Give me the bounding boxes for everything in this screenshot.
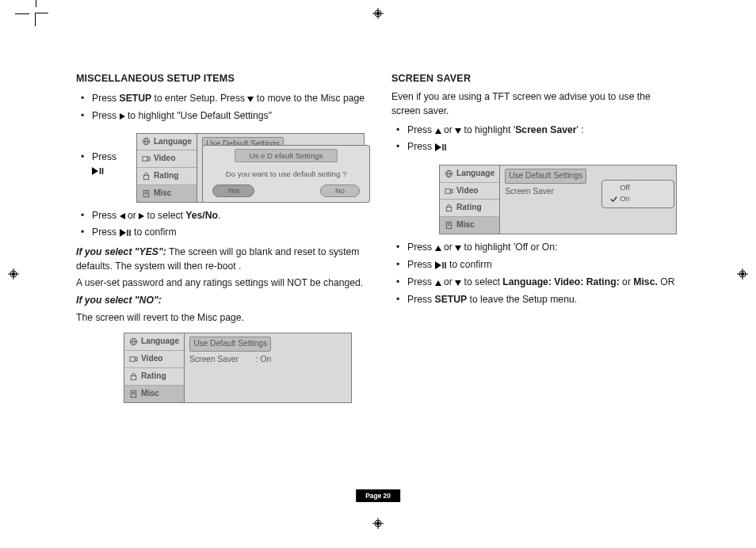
osd-tab-rating: Rating: [124, 368, 184, 386]
video-icon: [445, 187, 453, 196]
play-pause-icon: II: [435, 141, 447, 155]
svg-point-15: [741, 272, 744, 276]
svg-rect-35: [445, 188, 450, 193]
up-triangle-icon: [435, 280, 441, 286]
svg-point-3: [376, 12, 380, 15]
osd-tab-misc: Misc: [137, 185, 197, 202]
video-icon: [129, 355, 138, 363]
right-triangle-icon: [120, 113, 125, 120]
dialog-no-button: No: [320, 185, 360, 197]
osd-option-use-default: Use Default Settings: [505, 169, 586, 184]
osd-tab-language: Language: [440, 166, 499, 183]
registration-mark-icon: [8, 268, 19, 280]
svg-rect-19: [143, 157, 147, 162]
up-triangle-icon: [435, 128, 441, 134]
intro-text: Even if you are using a TFT screen we ad…: [391, 90, 680, 118]
lock-icon: [445, 204, 453, 212]
down-triangle-icon: [455, 245, 461, 251]
bullet: Press to highlight "Use Default Settings…: [76, 108, 365, 125]
note-no-text: The screen will revert to the Misc page.: [76, 311, 365, 325]
osd-option-screen-saver: Screen Saver: [505, 186, 554, 198]
osd-figure-misc-plain: Language Video Rating Misc Use Default S…: [124, 333, 352, 402]
bullet: Press SETUP to leave the Setup menu.: [391, 291, 680, 309]
globe-icon: [445, 169, 453, 178]
column-misc-setup: MISCELLANEOUS SETUP ITEMS Press SETUP to…: [76, 71, 365, 408]
registration-mark-icon: [372, 8, 384, 19]
document-icon: [445, 221, 453, 230]
lock-icon: [129, 372, 138, 381]
osd-tab-language: Language: [124, 333, 184, 351]
svg-rect-36: [446, 207, 451, 211]
manual-page: MISCELLANEOUS SETUP ITEMS Press SETUP to…: [0, 0, 756, 548]
osd-submenu-screensaver: Off On: [601, 180, 674, 208]
lock-icon: [142, 172, 151, 181]
osd-tab-rating: Rating: [440, 200, 499, 217]
document-icon: [142, 189, 151, 198]
page-number: Page 20: [356, 489, 400, 502]
svg-rect-28: [131, 375, 136, 379]
bullet: Press or to highlight 'Screen Saver' :: [391, 122, 680, 139]
osd-tab-misc: Misc: [124, 386, 184, 402]
svg-rect-27: [130, 357, 135, 362]
globe-icon: [129, 337, 138, 346]
osd-tab-language: Language: [137, 134, 197, 151]
note-if-yes: If you select "YES": The screen will go …: [76, 245, 365, 273]
dialog-yes-button: Yes: [212, 185, 254, 197]
osd-tabs: Language Video Rating Misc: [137, 134, 197, 202]
osd-tab-video: Video: [124, 351, 184, 368]
osd-tab-video: Video: [137, 150, 197, 168]
check-icon: [610, 195, 617, 202]
play-pause-icon: II: [92, 165, 104, 179]
bullet: Press II to confirm: [391, 257, 680, 275]
svg-point-11: [12, 272, 15, 276]
svg-point-7: [376, 522, 380, 525]
note-if-no: If you select "NO":: [76, 294, 365, 308]
heading-misc: MISCELLANEOUS SETUP ITEMS: [76, 71, 365, 86]
registration-mark-icon: [737, 268, 748, 280]
column-screen-saver: SCREEN SAVER Even if you are using a TFT…: [391, 71, 680, 408]
osd-tab-rating: Rating: [137, 168, 197, 185]
label-setup: SETUP: [435, 294, 468, 305]
globe-icon: [142, 137, 151, 146]
bullet: Press SETUP to enter Setup. Press to mov…: [76, 90, 365, 108]
label-setup: SETUP: [120, 93, 152, 104]
note-password: A user-set password and any ratings sett…: [76, 276, 365, 291]
dialog-question: Do you want to use default setting ?: [208, 169, 365, 180]
video-icon: [142, 154, 151, 163]
play-pause-icon: II: [435, 259, 447, 273]
osd-figure-default-dialog: Language Video Rating Misc Use Default S…: [136, 133, 365, 203]
svg-rect-20: [143, 176, 148, 180]
registration-mark-icon: [372, 518, 384, 529]
osd-value-on: : On: [256, 354, 271, 366]
crop-mark: [35, 13, 48, 26]
bullet: Press II: [76, 149, 128, 181]
left-triangle-icon: [120, 213, 125, 219]
osd-confirm-dialog: Us e D efault Settings Do you want to us…: [202, 145, 370, 203]
heading-screen-saver: SCREEN SAVER: [391, 71, 680, 86]
bullet: Press II: [391, 139, 680, 157]
osd-figure-screen-saver: Language Video Rating Misc Use Default S…: [439, 165, 677, 234]
osd-option-use-default: Use Default Settings: [189, 337, 271, 352]
bullet: Press or to select Language: Video: Rati…: [391, 274, 680, 291]
play-pause-icon: II: [120, 226, 132, 241]
up-triangle-icon: [435, 245, 441, 251]
osd-tab-video: Video: [440, 183, 499, 200]
osd-tab-misc: Misc: [440, 217, 499, 234]
dialog-title: Us e D efault Settings: [235, 149, 338, 163]
document-icon: [129, 390, 138, 398]
bullet: Press or to select Yes/No.: [76, 207, 365, 225]
bullet: Press or to highlight 'Off or On:: [391, 239, 680, 257]
bullet: Press II to confirm: [76, 224, 365, 242]
down-triangle-icon: [455, 280, 461, 286]
osd-option-screen-saver: Screen Saver: [189, 354, 239, 366]
down-triangle-icon: [455, 128, 461, 134]
